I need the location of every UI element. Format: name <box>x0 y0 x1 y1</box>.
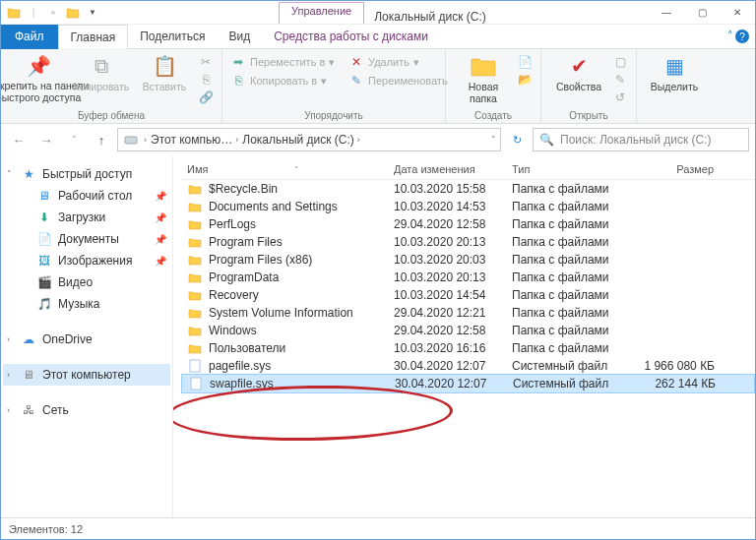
col-date[interactable]: Дата изменения <box>388 159 506 179</box>
ribbon-group-open: ✔ Свойства ▢ ✎ ↺ Открыть <box>541 49 637 123</box>
tab-view[interactable]: Вид <box>217 25 262 49</box>
properties-button[interactable]: ✔ Свойства <box>549 53 608 106</box>
paste-shortcut-small[interactable]: 🔗 <box>198 89 214 106</box>
copy-button[interactable]: ⧉ Копировать <box>72 53 131 106</box>
chevron-right-icon: › <box>7 334 10 344</box>
up-button[interactable]: ↑ <box>90 128 113 151</box>
folder-open-icon[interactable] <box>64 4 82 22</box>
file-name: pagefile.sys <box>209 359 271 373</box>
chevron-down-icon: ˅ <box>7 169 12 179</box>
file-row[interactable]: Documents and Settings10.03.2020 14:53Па… <box>181 198 755 215</box>
col-name[interactable]: Имя˄ <box>181 159 388 179</box>
help-icon[interactable]: ? <box>735 30 749 43</box>
file-row[interactable]: System Volume Information29.04.2020 12:2… <box>181 304 755 322</box>
ribbon-group-organize: ➡Переместить в ▾ ⎘Копировать в ▾ ✕Удалит… <box>222 49 446 123</box>
file-list: Имя˄ Дата изменения Тип Размер $Recycle.… <box>173 155 755 517</box>
file-name: Documents and Settings <box>209 200 338 213</box>
address-bar[interactable]: › Этот компью…› Локальный диск (C:)› ˅ <box>117 128 501 151</box>
file-row[interactable]: Program Files (x86)10.03.2020 20:03Папка… <box>181 251 755 269</box>
content-area: ˅★Быстрый доступ 🖥Рабочий стол📌 ⬇Загрузк… <box>1 155 755 517</box>
select-all-button[interactable]: ▦ Выделить <box>645 53 704 92</box>
file-row[interactable]: Пользователи10.03.2020 16:16Папка с файл… <box>181 339 755 357</box>
new-item-small[interactable]: 📄 <box>517 53 533 71</box>
file-row[interactable]: Program Files10.03.2020 20:13Папка с фай… <box>181 233 755 251</box>
sidebar-item-pictures[interactable]: 🖼Изображения📌 <box>3 250 170 271</box>
file-name: Пользователи <box>209 341 285 355</box>
forward-button[interactable]: → <box>34 128 58 151</box>
sidebar-item-videos[interactable]: 🎬Видео <box>3 271 170 293</box>
ribbon-collapse-button[interactable]: ˄? <box>727 30 749 43</box>
sidebar-item-desktop[interactable]: 🖥Рабочий стол📌 <box>3 185 170 207</box>
address-dropdown-icon[interactable]: ˅ <box>491 135 496 145</box>
folder-icon <box>187 306 202 320</box>
sidebar-item-music[interactable]: 🎵Музыка <box>3 293 170 315</box>
file-date: 10.03.2020 20:13 <box>388 234 506 250</box>
edit-icon: ✎ <box>612 72 628 88</box>
ribbon-group-clipboard: 📌 Закрепить на панели быстрого доступа ⧉… <box>1 49 222 123</box>
drive-icon <box>122 131 140 149</box>
sort-asc-icon: ˄ <box>294 165 298 174</box>
file-row[interactable]: Recovery10.03.2020 14:54Папка с файлами <box>181 286 755 304</box>
file-size <box>634 181 721 197</box>
sidebar-this-pc[interactable]: ›🖥Этот компьютер <box>3 364 170 386</box>
pin-icon: 📌 <box>155 212 166 223</box>
search-box[interactable]: 🔍 Поиск: Локальный диск (C:) <box>533 128 749 151</box>
file-row[interactable]: $Recycle.Bin10.03.2020 15:58Папка с файл… <box>181 180 755 198</box>
recent-dropdown[interactable]: ˅ <box>62 128 86 151</box>
file-name: Windows <box>209 324 257 337</box>
file-name: System Volume Information <box>209 306 353 320</box>
sidebar-item-downloads[interactable]: ⬇Загрузки📌 <box>3 207 170 228</box>
copy-path-small[interactable]: ⎘ <box>198 71 214 89</box>
file-date: 10.03.2020 15:58 <box>388 181 506 197</box>
open-small[interactable]: ▢ <box>612 53 628 71</box>
file-size <box>634 305 721 321</box>
tab-share[interactable]: Поделиться <box>128 25 217 49</box>
tab-file[interactable]: Файл <box>1 25 58 49</box>
maximize-button[interactable]: ▢ <box>684 1 720 25</box>
crumb-drive-c[interactable]: Локальный диск (C:)› <box>242 133 360 147</box>
file-size <box>634 287 721 303</box>
pin-button[interactable]: 📌 Закрепить на панели быстрого доступа <box>9 53 68 106</box>
file-row[interactable]: pagefile.sys30.04.2020 12:07Системный фа… <box>181 357 755 375</box>
file-date: 30.04.2020 12:07 <box>389 376 507 391</box>
tab-home[interactable]: Главная <box>58 25 129 49</box>
cut-small[interactable]: ✂ <box>198 53 214 71</box>
minimize-button[interactable]: — <box>649 1 684 25</box>
file-type: Папка с файлами <box>506 323 634 338</box>
folder-icon <box>187 235 202 249</box>
close-button[interactable]: ✕ <box>720 1 755 25</box>
chevron-right-icon: › <box>7 405 10 415</box>
crumb-this-pc[interactable]: Этот компью…› <box>151 133 238 147</box>
file-icon <box>187 359 202 373</box>
file-row[interactable]: ProgramData10.03.2020 20:13Папка с файла… <box>181 269 755 286</box>
file-row[interactable]: Windows29.04.2020 12:58Папка с файлами <box>181 322 755 339</box>
file-type: Папка с файлами <box>506 287 634 303</box>
tab-drive-tools[interactable]: Средства работы с дисками <box>262 25 440 49</box>
cut-icon: ✂ <box>198 54 214 70</box>
sidebar-network[interactable]: ›🖧Сеть <box>3 399 170 421</box>
sidebar-onedrive[interactable]: ›☁OneDrive <box>3 329 170 350</box>
edit-small[interactable]: ✎ <box>612 71 628 89</box>
history-small[interactable]: ↺ <box>612 89 628 106</box>
file-row[interactable]: swapfile.sys30.04.2020 12:07Системный фа… <box>181 374 755 393</box>
new-folder-button[interactable]: Новая папка <box>454 53 513 104</box>
paste-button[interactable]: 📋 Вставить <box>135 53 194 106</box>
col-size[interactable]: Размер <box>634 159 721 179</box>
search-placeholder: Поиск: Локальный диск (C:) <box>560 133 711 147</box>
file-size <box>634 252 721 268</box>
sidebar-item-documents[interactable]: 📄Документы📌 <box>3 228 170 250</box>
file-name: Recovery <box>209 288 259 302</box>
col-type[interactable]: Тип <box>506 159 634 179</box>
file-type: Папка с файлами <box>506 199 634 214</box>
sidebar-quick-access[interactable]: ˅★Быстрый доступ <box>3 163 170 185</box>
paste-icon: 📋 <box>151 53 178 79</box>
file-row[interactable]: PerfLogs29.04.2020 12:58Папка с файлами <box>181 215 755 233</box>
delete-button[interactable]: ✕Удалить ▾ <box>348 53 448 71</box>
qat-properties-icon[interactable]: ▫ <box>44 4 62 22</box>
rename-button[interactable]: ✎Переименовать <box>348 72 448 90</box>
qat-dropdown-icon[interactable]: ▼ <box>84 4 101 22</box>
back-button[interactable]: ← <box>7 128 31 151</box>
easy-access-small[interactable]: 📂 <box>517 71 533 89</box>
refresh-button[interactable]: ↻ <box>505 128 529 151</box>
pin-icon: 📌 <box>155 234 166 245</box>
